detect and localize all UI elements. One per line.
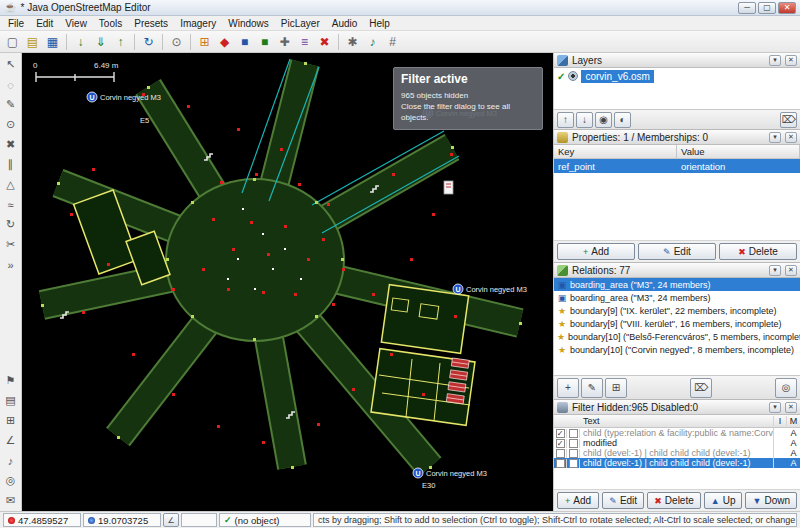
- filter-row[interactable]: ✓ modified A: [554, 438, 800, 448]
- delete-tool-icon[interactable]: ✖: [1, 135, 20, 154]
- statistics-icon[interactable]: #: [383, 32, 402, 51]
- relation-row[interactable]: ★ boundary[9] ("IX. kerület", 22 members…: [554, 304, 800, 317]
- filter-hide-checkbox[interactable]: [569, 439, 578, 448]
- layer-toggle-visibility-button[interactable]: ◉: [595, 112, 612, 128]
- menu-edit[interactable]: Edit: [30, 16, 59, 31]
- menu-imagery[interactable]: Imagery: [174, 16, 222, 31]
- copy-tags-tool-icon[interactable]: ▤: [1, 391, 20, 410]
- configure-icon[interactable]: ✱: [343, 32, 362, 51]
- audio-marker-tool-icon[interactable]: ♪: [1, 451, 20, 470]
- download-along-icon[interactable]: ⇓: [91, 32, 110, 51]
- save-icon[interactable]: ▦: [43, 32, 62, 51]
- menu-view[interactable]: View: [59, 16, 93, 31]
- relation-row[interactable]: ▣ boarding_area ("M3", 24 members): [554, 278, 800, 291]
- panel-stick-button[interactable]: ▾: [769, 55, 781, 66]
- draw-tool-icon[interactable]: ✎: [1, 95, 20, 114]
- more-tools-icon[interactable]: »: [1, 255, 20, 274]
- layer-opacity-button[interactable]: ◐: [614, 112, 631, 128]
- lasso-tool-icon[interactable]: ◌: [1, 75, 20, 94]
- panel-close-button[interactable]: ✕: [785, 402, 797, 413]
- filter-hide-checkbox[interactable]: [569, 429, 578, 438]
- edit-relation-button[interactable]: ✎: [581, 378, 603, 398]
- panel-stick-button[interactable]: ▾: [769, 402, 781, 413]
- relation-row[interactable]: ★ boundary[10] ("Belső-Ferencváros", 5 m…: [554, 330, 800, 343]
- note-tool-icon[interactable]: ✉: [1, 491, 20, 510]
- grid-tool-icon[interactable]: ⊞: [1, 411, 20, 430]
- delete-filter-button[interactable]: ✖ Delete: [647, 492, 700, 509]
- filter-enable-checkbox[interactable]: ✓: [556, 439, 565, 448]
- panel-close-button[interactable]: ✕: [785, 55, 797, 66]
- preset-rail-icon[interactable]: ≡: [295, 32, 314, 51]
- cancel-icon[interactable]: ✖: [315, 32, 334, 51]
- split-tool-icon[interactable]: ✂: [1, 235, 20, 254]
- preset-bus-icon[interactable]: ■: [255, 32, 274, 51]
- extrude-tool-icon[interactable]: △: [1, 175, 20, 194]
- property-row[interactable]: ref_point orientation: [554, 159, 800, 173]
- menu-windows[interactable]: Windows: [222, 16, 275, 31]
- move-tool-icon[interactable]: ✚: [275, 32, 294, 51]
- menu-file[interactable]: File: [2, 16, 30, 31]
- menu-presets[interactable]: Presets: [128, 16, 174, 31]
- layer-move-up-button[interactable]: ↑: [557, 112, 574, 128]
- zoom-to-selection-icon[interactable]: ⊙: [167, 32, 186, 51]
- layer-visibility-icon[interactable]: [568, 71, 578, 81]
- duplicate-relation-button[interactable]: ⊞: [605, 378, 627, 398]
- panel-close-button[interactable]: ✕: [785, 132, 797, 143]
- add-filter-button[interactable]: + Add: [557, 492, 599, 509]
- layer-row[interactable]: ✓ corvin_v6.osm: [554, 68, 800, 84]
- layer-delete-button[interactable]: ⌦: [780, 112, 797, 128]
- filter-enable-checkbox[interactable]: [556, 449, 565, 458]
- filter-row[interactable]: child (devel:-1) | child child child (de…: [554, 448, 800, 458]
- menu-piclayer[interactable]: PicLayer: [275, 16, 326, 31]
- filter-hide-checkbox[interactable]: [569, 449, 578, 458]
- improve-accuracy-tool-icon[interactable]: ≈: [1, 195, 20, 214]
- new-relation-button[interactable]: +: [557, 378, 579, 398]
- delete-relation-button[interactable]: ⌦: [690, 378, 712, 398]
- zoom-tool-icon[interactable]: ⊙: [1, 115, 20, 134]
- menu-tools[interactable]: Tools: [93, 16, 128, 31]
- preset-road-icon[interactable]: ⊞: [195, 32, 214, 51]
- move-filter-down-button[interactable]: ▼ Down: [745, 492, 797, 509]
- download-data-icon[interactable]: ↓: [71, 32, 90, 51]
- upload-data-icon[interactable]: ↑: [111, 32, 130, 51]
- menu-audio[interactable]: Audio: [326, 16, 364, 31]
- minimize-button[interactable]: ─: [738, 2, 756, 14]
- filter-enable-checkbox[interactable]: ✓: [556, 429, 565, 438]
- layer-name[interactable]: corvin_v6.osm: [581, 70, 653, 83]
- panel-stick-button[interactable]: ▾: [769, 265, 781, 276]
- rotate-tool-icon[interactable]: ↻: [1, 215, 20, 234]
- layer-move-down-button[interactable]: ↓: [576, 112, 593, 128]
- filter-row[interactable]: ✓ child (type:relation & facility:public…: [554, 428, 800, 438]
- add-property-button[interactable]: + Add: [557, 243, 635, 260]
- preset-junction-icon[interactable]: ◆: [215, 32, 234, 51]
- audio-icon[interactable]: ♪: [363, 32, 382, 51]
- refresh-icon[interactable]: ↻: [139, 32, 158, 51]
- menu-help[interactable]: Help: [363, 16, 396, 31]
- mode-column-header[interactable]: M: [787, 416, 800, 426]
- text-column-header[interactable]: Text: [580, 416, 774, 426]
- select-relation-members-button[interactable]: ◎: [775, 378, 797, 398]
- value-column-header[interactable]: Value: [677, 145, 800, 158]
- new-layer-icon[interactable]: ▢: [3, 32, 22, 51]
- select-tool-icon[interactable]: ↖: [1, 55, 20, 74]
- panel-close-button[interactable]: ✕: [785, 265, 797, 276]
- inverted-column-header[interactable]: I: [774, 416, 787, 426]
- relation-row[interactable]: ★ boundary[9] ("VIII. kerület", 16 membe…: [554, 317, 800, 330]
- angle-button[interactable]: ∠: [163, 513, 179, 527]
- panel-stick-button[interactable]: ▾: [769, 132, 781, 143]
- maximize-button[interactable]: ▢: [758, 2, 776, 14]
- parallel-tool-icon[interactable]: ∥: [1, 155, 20, 174]
- open-file-icon[interactable]: ▤: [23, 32, 42, 51]
- close-button[interactable]: ✕: [778, 2, 796, 14]
- filter-row[interactable]: child (devel:-1) | child child child (de…: [554, 458, 800, 468]
- filter-enable-checkbox[interactable]: [556, 459, 565, 468]
- relation-row[interactable]: ★ boundary[10] ("Corvin negyed", 8 membe…: [554, 343, 800, 356]
- filter-tool-icon[interactable]: ⚑: [1, 371, 20, 390]
- edit-property-button[interactable]: ✎ Edit: [638, 243, 716, 260]
- relation-row[interactable]: ▣ boarding_area ("M3", 24 members): [554, 291, 800, 304]
- preset-car-icon[interactable]: ■: [235, 32, 254, 51]
- delete-property-button[interactable]: ✖ Delete: [719, 243, 797, 260]
- edit-filter-button[interactable]: ✎ Edit: [602, 492, 644, 509]
- key-column-header[interactable]: Key: [554, 145, 677, 158]
- move-filter-up-button[interactable]: ▲ Up: [704, 492, 743, 509]
